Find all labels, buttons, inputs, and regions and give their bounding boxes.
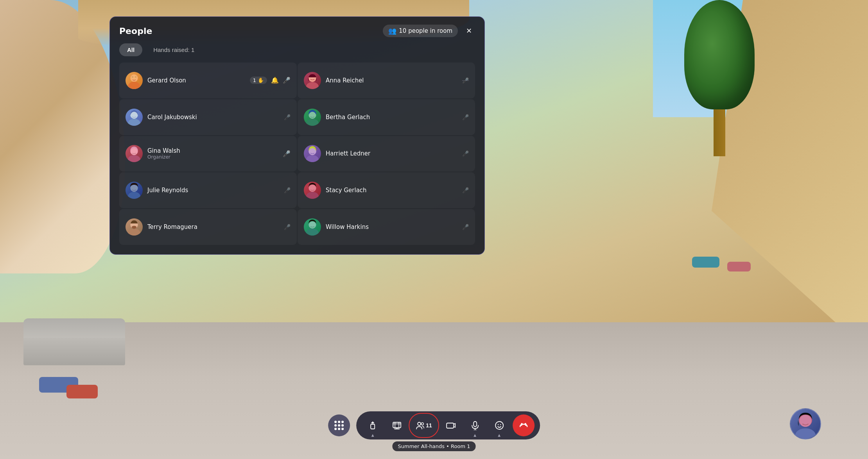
- sofa-back: [23, 318, 125, 338]
- filter-all[interactable]: All: [119, 43, 142, 56]
- dots-grid-icon: [334, 421, 344, 430]
- user-avatar-image: [791, 408, 820, 439]
- tree-top: [684, 0, 755, 109]
- svg-point-33: [309, 221, 316, 229]
- person-info-julie: Julie Reynolds: [147, 187, 279, 194]
- dot: [341, 421, 344, 423]
- react-btn-wrapper: ▲: [488, 414, 510, 436]
- main-toolbar: ▲ 11: [356, 411, 540, 439]
- dot: [334, 421, 337, 423]
- person-row-willow[interactable]: Willow Harkins 🎤: [298, 209, 475, 245]
- person-row-harriett[interactable]: Harriett Ledner 🎤: [298, 136, 475, 172]
- person-row-stacy[interactable]: Stacy Gerlach 🎤: [298, 172, 475, 208]
- dot: [341, 428, 344, 430]
- mic-btn-wrapper: ▲: [464, 414, 486, 436]
- share-btn-wrapper: ▲: [362, 414, 384, 436]
- mic-icon-willow: 🎤: [462, 224, 469, 230]
- person-name-carol: Carol Jakubowski: [147, 114, 279, 121]
- person-actions-carol: 🎤: [284, 114, 291, 120]
- avatar-bertha: [304, 109, 321, 126]
- close-icon: ✕: [466, 27, 472, 35]
- panel-title: People: [119, 26, 152, 36]
- avatar-gerard: [126, 72, 143, 89]
- people-grid: Gerard Olson 1 ✋ 🔔 🎤: [110, 63, 484, 254]
- avatar-harriett: [304, 145, 321, 162]
- person-row-terry[interactable]: Terry Romaguera 🎤: [119, 209, 297, 245]
- person-info-terry: Terry Romaguera: [147, 223, 279, 230]
- person-row-carol[interactable]: Carol Jakubowski 🎤: [119, 99, 297, 135]
- tree-trunk: [714, 109, 725, 156]
- person-role-gina: Organizer: [147, 154, 278, 160]
- svg-point-20: [309, 148, 316, 155]
- mic-chevron-icon: ▲: [473, 433, 476, 437]
- person-row-gina[interactable]: Gina Walsh Organizer 🎤: [119, 136, 297, 172]
- svg-point-22: [128, 192, 140, 199]
- person-name-willow: Willow Harkins: [326, 223, 457, 230]
- person-info-carol: Carol Jakubowski: [147, 114, 279, 121]
- user-avatar[interactable]: [790, 408, 821, 439]
- dot: [338, 424, 340, 427]
- avatar-terry: [126, 218, 143, 236]
- filter-tabs: All Hands raised: 1: [110, 43, 484, 63]
- person-actions-gina: 🎤: [283, 150, 291, 157]
- avatar-anna: [304, 72, 321, 89]
- svg-rect-35: [393, 422, 401, 428]
- person-actions-willow: 🎤: [462, 224, 469, 230]
- filter-hands-raised[interactable]: Hands raised: 1: [145, 43, 202, 56]
- people-count: 11: [426, 422, 432, 429]
- person-actions-harriett: 🎤: [462, 150, 469, 157]
- bottom-toolbar-area: ▲ 11: [328, 411, 540, 439]
- people-panel: People 👥 10 people in room ✕ All Hands r…: [109, 16, 485, 255]
- people-group-icon: 👥: [388, 27, 396, 35]
- svg-point-10: [128, 119, 140, 126]
- mic-icon-julie: 🎤: [284, 187, 291, 193]
- person-actions-terry: 🎤: [284, 224, 291, 230]
- camera-button[interactable]: [440, 414, 462, 436]
- person-name-gerard: Gerard Olson: [147, 77, 245, 84]
- person-info-harriett: Harriett Ledner: [326, 150, 457, 157]
- svg-point-32: [306, 229, 319, 236]
- mic-icon-terry: 🎤: [284, 224, 291, 230]
- hand-count-gerard: 1: [253, 77, 256, 83]
- svg-point-41: [498, 424, 499, 425]
- leave-button[interactable]: [513, 414, 534, 436]
- sofa-body: [23, 334, 125, 365]
- panel-header-right: 👥 10 people in room ✕: [383, 25, 475, 37]
- close-button[interactable]: ✕: [463, 25, 475, 37]
- person-info-gina: Gina Walsh Organizer: [147, 147, 278, 160]
- mic-icon-gina: 🎤: [283, 150, 291, 157]
- person-name-terry: Terry Romaguera: [147, 223, 279, 230]
- person-row-bertha[interactable]: Bertha Gerlach 🎤: [298, 99, 475, 135]
- mic-icon-stacy: 🎤: [462, 187, 469, 193]
- people-button[interactable]: 11: [410, 414, 438, 436]
- person-actions-stacy: 🎤: [462, 187, 469, 193]
- dot: [334, 424, 337, 427]
- react-chevron-icon: ▲: [498, 433, 500, 437]
- svg-rect-39: [473, 421, 477, 427]
- svg-point-17: [131, 148, 138, 155]
- person-name-bertha: Bertha Gerlach: [326, 114, 457, 121]
- panel-header: People 👥 10 people in room ✕: [110, 17, 484, 43]
- person-name-stacy: Stacy Gerlach: [326, 187, 457, 194]
- person-info-gerard: Gerard Olson: [147, 77, 245, 84]
- svg-point-25: [306, 192, 319, 199]
- person-actions-bertha: 🎤: [462, 114, 469, 120]
- person-actions-anna: 🎤: [462, 77, 469, 84]
- person-row-gerard[interactable]: Gerard Olson 1 ✋ 🔔 🎤: [119, 63, 297, 98]
- session-label-text: Summer All-hands • Room 1: [398, 443, 470, 449]
- svg-point-19: [306, 155, 319, 162]
- person-row-anna[interactable]: Anna Reichel 🎤: [298, 63, 475, 98]
- svg-point-28: [128, 229, 140, 236]
- session-label: Summer All-hands • Room 1: [393, 441, 476, 451]
- person-info-bertha: Bertha Gerlach: [326, 114, 457, 121]
- apps-button[interactable]: [328, 414, 350, 436]
- svg-point-13: [306, 119, 319, 126]
- avatar-carol: [126, 109, 143, 126]
- share-chevron-icon: ▲: [371, 433, 374, 437]
- svg-point-23: [131, 185, 138, 192]
- sofa: [23, 334, 133, 381]
- person-row-julie[interactable]: Julie Reynolds 🎤: [119, 172, 297, 208]
- svg-point-16: [128, 155, 140, 162]
- avatar-stacy: [304, 182, 321, 199]
- media-button[interactable]: [386, 414, 408, 436]
